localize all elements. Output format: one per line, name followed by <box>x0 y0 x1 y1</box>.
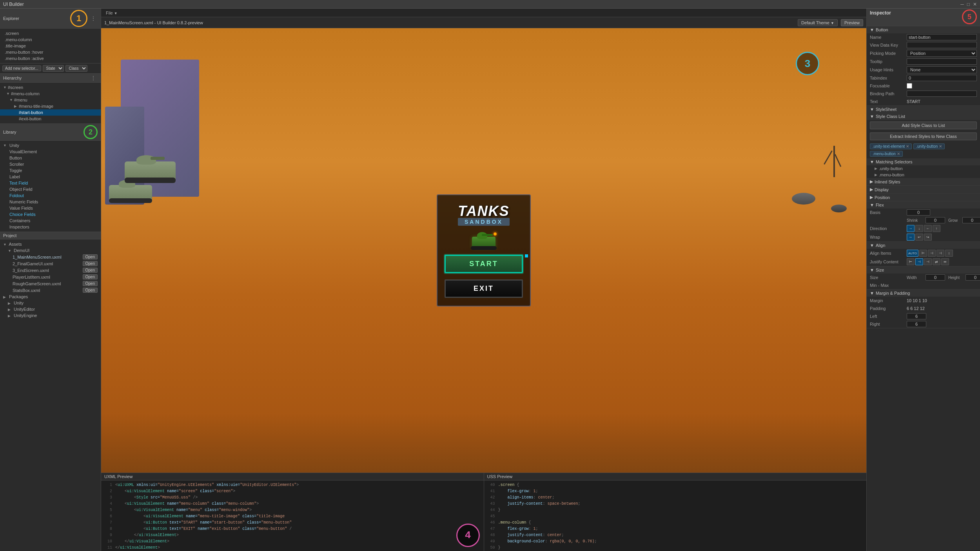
hierarchy-item-menu-column[interactable]: ▼ #menu-column <box>0 91 101 97</box>
project-unity-engine[interactable]: ▶ UnityEngine <box>0 312 101 319</box>
tabindex-input[interactable] <box>907 75 977 81</box>
remove-unity-button-icon[interactable]: ✕ <box>939 144 942 149</box>
style-class-list-header[interactable]: ▼ Style Class List <box>867 113 980 120</box>
hierarchy-item-menu-title-image[interactable]: ▶ #menu-title-image <box>0 103 101 109</box>
matching-selector-menu-button[interactable]: ▶ .menu-button <box>867 172 980 178</box>
file-menu-button[interactable]: File ▼ <box>104 11 119 15</box>
open-end-screen-button[interactable]: Open <box>83 268 98 273</box>
open-final-game-ui-button[interactable]: Open <box>83 261 98 266</box>
exit-game-button[interactable]: EXIT <box>445 279 523 298</box>
library-item-choice-fields[interactable]: Choice Fields <box>0 211 101 218</box>
explorer-item-menu-column[interactable]: .menu-column <box>0 36 101 43</box>
library-category-unity[interactable]: ▼ Unity <box>0 142 101 149</box>
align-header[interactable]: ▼ Align <box>867 242 980 249</box>
display-header[interactable]: ▶ Display <box>867 186 980 193</box>
remove-menu-button-icon[interactable]: ✕ <box>897 152 900 156</box>
library-item-value-fields[interactable]: Value Fields <box>0 205 101 211</box>
margin-padding-header[interactable]: ▼ Margin & Padding <box>867 290 980 297</box>
project-assets[interactable]: ▼ Assets <box>0 241 101 247</box>
picking-mode-dropdown[interactable]: Position <box>907 50 977 57</box>
library-item-inspectors[interactable]: Inspectors <box>0 224 101 230</box>
remove-unity-text-element-icon[interactable]: ✕ <box>906 144 909 149</box>
add-style-class-button[interactable]: Add Style Class to List <box>870 121 977 129</box>
justify-start-button[interactable]: ⊢ <box>907 258 915 265</box>
resize-handle[interactable] <box>525 254 528 257</box>
explorer-item-title-image[interactable]: .title-image <box>0 43 101 49</box>
hierarchy-item-screen[interactable]: ▼ #screen <box>0 84 101 91</box>
explorer-item-menu-button-hover[interactable]: .menu-button :hover <box>0 49 101 55</box>
flex-basis-input[interactable] <box>907 209 930 216</box>
size-header[interactable]: ▼ Size <box>867 266 980 274</box>
style-tag-menu-button[interactable]: .menu-button ✕ <box>870 151 903 157</box>
flex-grow-input[interactable] <box>962 217 980 223</box>
right-input[interactable] <box>907 321 926 327</box>
justify-space-between-button[interactable]: ⇌ <box>933 258 940 265</box>
explorer-menu-icon[interactable]: ⋮ <box>89 15 98 22</box>
library-item-numeric-fields[interactable]: Numeric Fields <box>0 199 101 205</box>
preview-button[interactable]: Preview <box>841 19 863 26</box>
left-input[interactable] <box>907 313 926 319</box>
library-item-object-field[interactable]: Object Field <box>0 186 101 192</box>
matching-selector-unity-button[interactable]: ▶ .unity-button <box>867 165 980 172</box>
class-dropdown[interactable]: Class <box>65 65 87 72</box>
explorer-item-screen[interactable]: .screen <box>0 30 101 36</box>
library-item-scroller[interactable]: Scroller <box>0 161 101 167</box>
align-items-center-button[interactable]: ⊣ <box>928 250 936 257</box>
flex-dir-col-rev-button[interactable]: ↑ <box>933 225 940 232</box>
style-tag-unity-button[interactable]: .unity-button ✕ <box>913 143 945 149</box>
button-section-header[interactable]: ▼ Button <box>867 26 980 33</box>
project-packages[interactable]: ▶ Packages <box>0 294 101 300</box>
start-game-button[interactable]: START <box>445 255 523 273</box>
tooltip-input[interactable] <box>907 58 977 65</box>
align-items-auto-button[interactable]: AUTO <box>907 250 918 257</box>
library-item-containers[interactable]: Containers <box>0 218 101 224</box>
view-data-key-input[interactable] <box>907 42 977 48</box>
flex-dir-row-button[interactable]: → <box>907 225 915 232</box>
hierarchy-item-start-button[interactable]: #start-button <box>0 109 101 116</box>
open-rough-game-button[interactable]: Open <box>83 281 98 286</box>
align-items-start-button[interactable]: ⊢ <box>919 250 927 257</box>
extract-style-button[interactable]: Extract Inlined Styles to New Class <box>870 132 977 140</box>
flex-dir-col-button[interactable]: ↓ <box>915 225 923 232</box>
maximize-icon[interactable]: □ <box>967 2 970 7</box>
height-input[interactable] <box>965 274 980 281</box>
flex-dir-row-rev-button[interactable]: ← <box>924 225 932 232</box>
project-unity[interactable]: ▶ Unity <box>0 300 101 306</box>
hierarchy-menu-icon[interactable]: ⋮ <box>89 75 98 81</box>
library-item-foldout[interactable]: Foldout <box>0 192 101 199</box>
hierarchy-item-exit-button[interactable]: #exit-button <box>0 116 101 122</box>
hierarchy-item-menu[interactable]: ▼ #menu <box>0 97 101 103</box>
focusable-checkbox[interactable] <box>907 83 912 89</box>
add-selector-button[interactable]: Add new selector... <box>2 65 41 71</box>
close-icon[interactable]: ✕ <box>973 2 977 7</box>
matching-selectors-header[interactable]: ▼ Matching Selectors <box>867 158 980 165</box>
style-tag-unity-text-element[interactable]: .unity-text-element ✕ <box>870 143 912 149</box>
flex-wrap-no-button[interactable]: ↔ <box>907 234 915 241</box>
align-items-end-button[interactable]: ⊣ <box>936 250 944 257</box>
usage-hints-dropdown[interactable]: None <box>907 66 977 73</box>
library-item-button[interactable]: Button <box>0 155 101 161</box>
project-unity-editor[interactable]: ▶ UnityEditor <box>0 306 101 312</box>
library-item-visual-element[interactable]: VisualElement <box>0 149 101 155</box>
inlined-styles-header[interactable]: ▶ Inlined Styles <box>867 178 980 185</box>
library-item-text-field[interactable]: Text Field <box>0 180 101 186</box>
justify-space-around-button[interactable]: ⇔ <box>941 258 949 265</box>
stylesheet-header[interactable]: ▼ StyleSheet <box>867 106 980 113</box>
library-item-toggle[interactable]: Toggle <box>0 167 101 174</box>
theme-dropdown-button[interactable]: Default Theme ▼ <box>798 19 838 26</box>
flex-shrink-input[interactable] <box>926 217 945 223</box>
binding-path-input[interactable] <box>907 91 977 97</box>
flex-wrap-rev-button[interactable]: ↪ <box>924 234 932 241</box>
open-main-menu-screen-button[interactable]: Open <box>83 254 98 259</box>
justify-end-button[interactable]: ⊣ <box>924 258 932 265</box>
open-stats-box-button[interactable]: Open <box>83 288 98 293</box>
library-item-label[interactable]: Label <box>0 174 101 180</box>
width-input[interactable] <box>926 274 945 281</box>
flex-header[interactable]: ▼ Flex <box>867 201 980 208</box>
state-dropdown[interactable]: State <box>43 65 64 72</box>
position-header[interactable]: ▶ Position <box>867 194 980 201</box>
name-input[interactable] <box>907 34 977 40</box>
justify-center-button[interactable]: ⊣ <box>915 258 923 265</box>
open-player-list-button[interactable]: Open <box>83 274 98 279</box>
align-items-stretch-button[interactable]: ↕ <box>945 250 953 257</box>
